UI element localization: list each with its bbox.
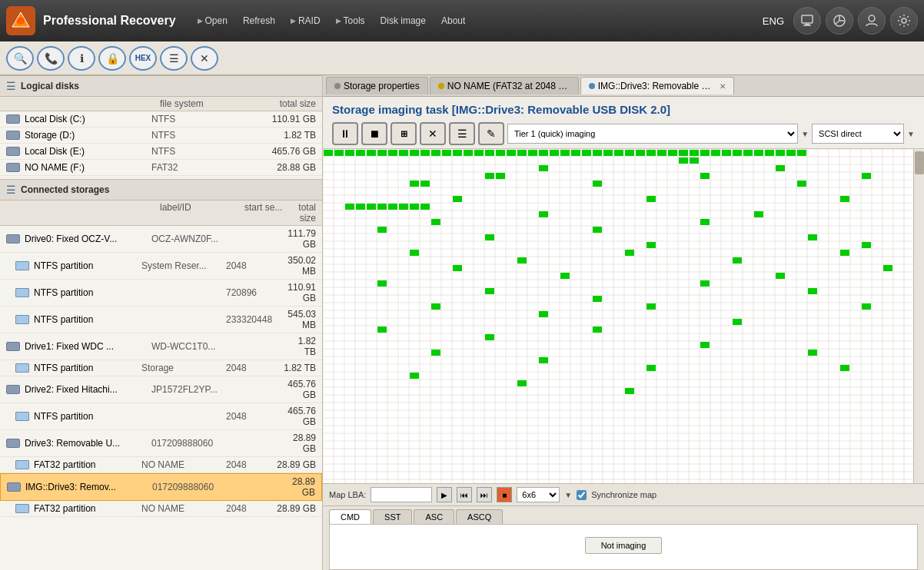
- settings-icon-btn[interactable]: [890, 7, 918, 35]
- imaging-mode-select[interactable]: Tier 1 (quick) imaging Tier 2 imaging Ti…: [507, 124, 798, 144]
- unknown-button[interactable]: ⊞: [391, 122, 417, 145]
- storage-fat32-p2[interactable]: FAT32 partition NO NAME 2048 28.89 GB: [0, 501, 322, 517]
- user-icon-btn[interactable]: [858, 7, 886, 35]
- logical-disk-e[interactable]: Local Disk (E:) NTFS 465.76 GB: [0, 144, 322, 160]
- drive-icon: [6, 147, 20, 156]
- storage-ntfs-p4[interactable]: NTFS partition Storage 2048 1.82 TB: [0, 360, 322, 376]
- map-marker-btn[interactable]: ■: [497, 487, 512, 502]
- scsi-mode-select[interactable]: SCSI direct PIO mode: [812, 124, 904, 144]
- map-forward-btn[interactable]: ⏭: [477, 487, 492, 502]
- tab-close-icon[interactable]: ✕: [720, 82, 726, 91]
- drive-icon: [6, 163, 20, 172]
- bottom-tab-ascq[interactable]: ASCQ: [456, 509, 503, 524]
- menu-refresh[interactable]: Refresh: [237, 12, 281, 29]
- drive-icon: [6, 342, 20, 351]
- logical-disks-icon: ☰: [6, 80, 16, 92]
- edit-button[interactable]: ✎: [478, 122, 504, 145]
- lock-tool-btn[interactable]: 🔒: [98, 46, 126, 71]
- map-lba-label: Map LBA:: [329, 490, 366, 499]
- sync-label[interactable]: Synchronize map: [591, 490, 656, 499]
- app-logo: [6, 6, 35, 35]
- sync-checkbox[interactable]: [577, 490, 587, 500]
- drive-icon: [6, 385, 20, 394]
- logical-disks-title: Logical disks: [21, 81, 79, 91]
- map-canvas: [323, 149, 913, 483]
- storage-ntfs-p2[interactable]: NTFS partition 720896 110.91 GB: [0, 280, 322, 307]
- imaging-dropdown-arrow: ▼: [801, 130, 809, 138]
- toolbar: 🔍 📞 ℹ 🔒 HEX ☰ ✕: [0, 41, 924, 75]
- search-tool-btn[interactable]: 🔍: [6, 46, 34, 71]
- logical-disk-f[interactable]: NO NAME (F:) FAT32 28.88 GB: [0, 160, 322, 176]
- pause-button[interactable]: ⏸: [332, 122, 358, 145]
- tabs-bar: Storage properties NO NAME (FAT32 at 204…: [323, 75, 924, 97]
- map-rewind-btn[interactable]: ⏮: [457, 487, 472, 502]
- monitor-icon-btn[interactable]: [793, 7, 821, 35]
- right-panel: Storage properties NO NAME (FAT32 at 204…: [323, 75, 924, 570]
- language-selector[interactable]: ENG: [763, 15, 784, 27]
- task-toolbar: ⏸ ⏹ ⊞ ✕ ☰ ✎ Tier 1 (quick) imaging Tier …: [323, 119, 924, 149]
- svg-point-1: [17, 17, 25, 25]
- stop-button[interactable]: ⏹: [361, 122, 387, 145]
- menu-raid-arrow: ▶: [291, 17, 296, 25]
- svg-point-7: [902, 18, 906, 23]
- tab-storage-properties[interactable]: Storage properties: [326, 77, 428, 94]
- partition-icon: [15, 363, 29, 373]
- storage-drive0[interactable]: Drive0: Fixed OCZ-V... OCZ-AWNZ0F... 111…: [0, 226, 322, 253]
- bottom-tab-sst[interactable]: SST: [373, 509, 412, 524]
- map-scrollbar[interactable]: [913, 149, 924, 483]
- menubar: Professional Recovery ▶ Open Refresh ▶ R…: [0, 0, 924, 41]
- drive-icon: [6, 234, 20, 244]
- chart-icon-btn[interactable]: [826, 7, 853, 35]
- close-tool-btn[interactable]: ✕: [191, 46, 218, 71]
- list-button[interactable]: ☰: [449, 122, 475, 145]
- map-scroll-thumb[interactable]: [915, 151, 924, 174]
- menubar-right: ENG: [763, 7, 918, 35]
- list-tool-btn[interactable]: ☰: [160, 46, 188, 71]
- drive-icon: [6, 114, 20, 124]
- menu-about[interactable]: About: [435, 12, 471, 29]
- cancel-button[interactable]: ✕: [420, 122, 446, 145]
- storage-drive1[interactable]: Drive1: Fixed WDC ... WD-WCC1T0... 1.82 …: [0, 333, 322, 360]
- tab-dot: [438, 83, 444, 89]
- menu-open-arrow: ▶: [198, 17, 203, 25]
- storage-drive2[interactable]: Drive2: Fixed Hitachi... JP1572FL2YP... …: [0, 376, 322, 403]
- bottom-tab-cmd[interactable]: CMD: [329, 509, 371, 524]
- menu-open[interactable]: ▶ Open: [191, 12, 234, 29]
- svg-point-6: [869, 15, 875, 22]
- tab-img-drive3[interactable]: IMG::Drive3: Removable USB DISK 2.0 ✕: [580, 77, 734, 94]
- phone-tool-btn[interactable]: 📞: [37, 46, 65, 71]
- connected-storages-icon: ☰: [6, 184, 16, 196]
- bottom-tabs: CMD SST ASC ASCQ Not imaging: [323, 505, 924, 570]
- hex-tool-btn[interactable]: HEX: [129, 46, 157, 71]
- bottom-content: Not imaging: [329, 524, 918, 570]
- scsi-dropdown-arrow: ▼: [907, 130, 915, 138]
- menu-tools[interactable]: ▶ Tools: [330, 12, 371, 29]
- storage-drive3[interactable]: Drive3: Removable U... 017209888060 28.8…: [0, 430, 322, 457]
- not-imaging-status: Not imaging: [585, 537, 663, 554]
- tab-noname-fat32[interactable]: NO NAME (FAT32 at 2048 on Drive3: Re...: [430, 77, 579, 94]
- svg-rect-2: [802, 15, 813, 23]
- partition-icon: [15, 504, 29, 513]
- logical-disk-c[interactable]: Local Disk (C:) NTFS 110.91 GB: [0, 111, 322, 128]
- storage-ntfs-p5[interactable]: NTFS partition 2048 465.76 GB: [0, 403, 322, 430]
- tab-dot: [589, 83, 595, 89]
- drive-icon: [7, 482, 21, 492]
- app-title: Professional Recovery: [43, 14, 176, 28]
- storage-ntfs-p1[interactable]: NTFS partition System Reser... 2048 350.…: [0, 253, 322, 280]
- map-lba-input[interactable]: [371, 487, 432, 502]
- map-play-btn[interactable]: ▶: [437, 487, 452, 502]
- storage-fat32-p1[interactable]: FAT32 partition NO NAME 2048 28.89 GB: [0, 457, 322, 473]
- partition-icon: [15, 412, 29, 421]
- menu-tools-arrow: ▶: [336, 17, 341, 25]
- bottom-tab-asc[interactable]: ASC: [414, 509, 454, 524]
- partition-icon: [15, 315, 29, 324]
- logical-disks-columns: file system total size: [0, 97, 322, 111]
- menu-raid[interactable]: ▶ RAID: [284, 12, 327, 29]
- task-title: Storage imaging task [IMG::Drive3: Remov…: [323, 97, 924, 119]
- storage-ntfs-p3[interactable]: NTFS partition 233320448 545.03 MB: [0, 307, 322, 333]
- map-size-select[interactable]: 6x6 8x8 12x12: [517, 487, 560, 502]
- logical-disk-d[interactable]: Storage (D:) NTFS 1.82 TB: [0, 128, 322, 144]
- info-tool-btn[interactable]: ℹ: [68, 46, 95, 71]
- storage-img-drive3[interactable]: IMG::Drive3: Remov... 017209888060 28.89…: [0, 473, 322, 501]
- menu-diskimage[interactable]: Disk image: [374, 12, 432, 29]
